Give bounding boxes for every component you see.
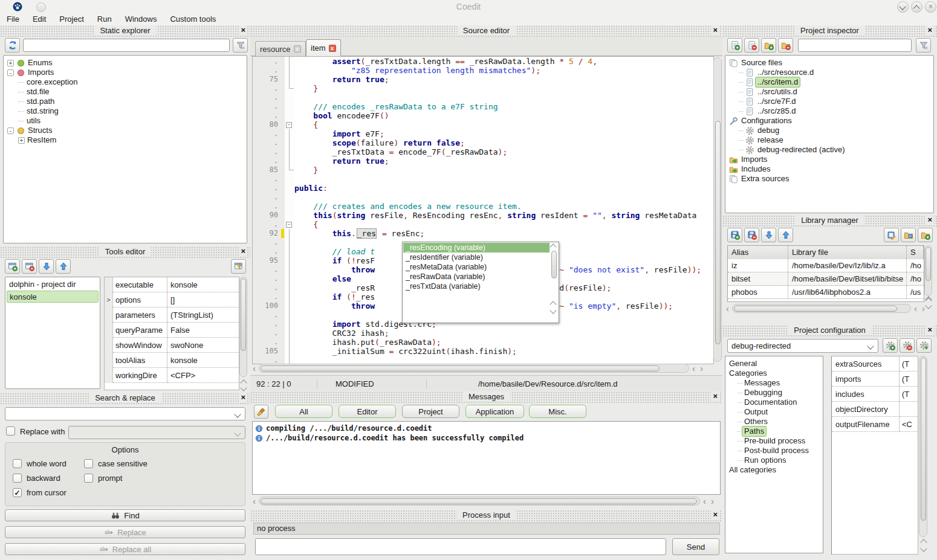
code-line[interactable]: . /// encodes _resRawData to a e7F strin… [253, 102, 713, 111]
code-line[interactable]: . /// creates and encodes a new resource… [253, 202, 713, 211]
replace-term-combo[interactable] [68, 426, 245, 439]
find-button[interactable]: Find [5, 509, 245, 521]
scroll-right-icon[interactable]: › [922, 306, 925, 312]
close-icon[interactable]: × [239, 25, 247, 34]
property-value[interactable]: konsole [167, 277, 239, 292]
column-header-s[interactable]: S [907, 246, 924, 259]
menu-item-windows[interactable]: Windows [118, 13, 164, 25]
fold-collapse-icon[interactable]: − [286, 122, 292, 128]
messages-hscrollbar[interactable] [259, 497, 700, 506]
project-tree-item[interactable]: Source files [727, 58, 932, 68]
project-tree-item[interactable]: Extra sources [727, 174, 932, 184]
window-minimize-button[interactable] [897, 1, 909, 13]
scroll-down-icon[interactable] [550, 307, 556, 314]
clear-messages-button[interactable] [254, 405, 268, 419]
library-from-project-button[interactable] [901, 228, 916, 242]
add-library-folder-button[interactable] [918, 228, 933, 242]
project-tree-item[interactable]: debug-redirected (active) [727, 145, 932, 155]
library-row[interactable]: iz/home/basile/Dev/Iz/lib/iz.a/ho [728, 259, 924, 272]
close-tab-icon[interactable]: x [329, 45, 336, 52]
move-library-up-button[interactable] [778, 228, 793, 242]
project-tree-item[interactable]: Configurations [727, 116, 932, 126]
close-tab-icon[interactable]: x [294, 45, 301, 53]
code-line[interactable]: . return true; [253, 156, 713, 166]
configuration-vscrollbar[interactable] [919, 356, 927, 537]
config-category-item[interactable]: All categories [727, 465, 822, 475]
add-library-button[interactable] [727, 228, 742, 242]
add-file-button[interactable] [727, 38, 742, 53]
symbol-search-input[interactable] [23, 39, 230, 52]
replace-all-button[interactable]: abReplace all [5, 543, 245, 555]
scroll-left-icon[interactable]: ‹ [253, 365, 256, 372]
project-tree-item[interactable]: Includes [727, 164, 932, 174]
property-value[interactable]: (T [900, 356, 918, 372]
code-line[interactable]: . [253, 93, 713, 102]
completion-item[interactable]: _resEncoding (variable) [403, 243, 550, 253]
library-row[interactable]: bitset/home/basile/Dev/Bitset/lib/bitse/… [728, 272, 924, 286]
scroll-left-icon[interactable]: ‹ [726, 306, 729, 312]
close-icon[interactable]: × [926, 215, 934, 224]
code-line[interactable]: . assert(_resTxtData.length == _resRawDa… [253, 57, 713, 66]
scroll-left-icon[interactable]: ‹ [692, 365, 695, 372]
search-term-combo[interactable] [5, 407, 245, 420]
checkbox-from-cursor[interactable]: ✓ [13, 488, 22, 497]
code-line[interactable]: . scope(failure) return false; [253, 138, 713, 147]
filter-project[interactable]: Project [402, 405, 459, 418]
code-line[interactable]: .public: [253, 184, 713, 193]
scroll-down-icon[interactable] [240, 384, 247, 391]
property-value[interactable]: swoNone [167, 338, 239, 353]
code-line[interactable]: 85 } [253, 166, 713, 175]
config-category-item[interactable]: Post-build process [727, 446, 822, 455]
refresh-button[interactable] [5, 38, 20, 53]
process-input-field[interactable] [255, 538, 666, 555]
close-icon[interactable]: × [239, 393, 247, 402]
replace-with-checkbox[interactable] [6, 426, 15, 436]
filter-editor[interactable]: Editor [339, 405, 396, 418]
config-category-item[interactable]: Paths [727, 426, 822, 436]
remove-library-button[interactable] [744, 228, 759, 242]
column-header-library file[interactable]: Library file [788, 246, 907, 259]
project-tree-item[interactable]: ../src/item.d [727, 77, 932, 87]
scroll-left-icon[interactable]: ‹ [914, 306, 917, 312]
checkbox-backward[interactable] [13, 474, 22, 483]
window-maximize-button[interactable] [911, 1, 922, 13]
editor-vscrollbar[interactable] [713, 57, 722, 362]
project-tree-item[interactable]: release [727, 135, 932, 145]
symbol-tree-item[interactable]: -Structs [5, 126, 245, 135]
project-tree-item[interactable]: ../src/e7F.d [727, 97, 932, 106]
menu-item-run[interactable]: Run [91, 13, 118, 25]
add-configuration-button[interactable] [883, 338, 898, 353]
scroll-left-icon[interactable]: ‹ [703, 498, 706, 504]
message-row[interactable]: compiling /.../build/resource.d.coedit [255, 423, 718, 433]
config-category-item[interactable]: Output [727, 407, 822, 417]
checkbox-case-sensitive[interactable] [84, 459, 93, 468]
code-line[interactable]: 90 this(string resFile, ResEncoding resE… [253, 211, 713, 220]
activate-configuration-button[interactable] [916, 338, 932, 353]
collapse-icon[interactable]: - [7, 127, 14, 134]
scroll-up-icon[interactable] [550, 243, 556, 250]
remove-configuration-button[interactable] [900, 338, 915, 353]
code-line[interactable]: .− { [253, 220, 713, 229]
replace-button[interactable]: abReplace [5, 526, 245, 538]
move-tool-up-button[interactable] [56, 259, 71, 274]
symbol-tree-item[interactable]: +Enums [5, 58, 245, 68]
inspector-filter-input[interactable] [798, 39, 912, 52]
project-tree-item[interactable]: debug [727, 126, 932, 135]
config-category-item[interactable]: Others [727, 417, 822, 426]
symbol-tree-item[interactable]: std.path [5, 97, 245, 106]
code-line[interactable]: 105 _initialSum = crc322uint(ihash.finis… [253, 347, 713, 356]
config-category-item[interactable]: Run options [727, 455, 822, 465]
configuration-combo[interactable]: debug-redirected [727, 339, 878, 353]
library-row[interactable]: phobos/usr/lib64/libphobos2.a/us [728, 286, 924, 299]
remove-file-button[interactable] [744, 38, 759, 53]
add-folder-button[interactable] [761, 38, 776, 53]
inspector-filter-button[interactable] [916, 38, 931, 53]
menu-item-project[interactable]: Project [53, 13, 90, 25]
config-category-item[interactable]: Pre-build process [727, 436, 822, 446]
edit-library-button[interactable] [884, 228, 899, 242]
symbol-tree-item[interactable]: core.exception [5, 77, 245, 87]
remove-tool-button[interactable] [22, 259, 37, 274]
code-line[interactable]: . CRC32 ihash; [253, 329, 713, 338]
close-icon[interactable]: × [926, 325, 934, 334]
tool-list-item[interactable]: konsole [7, 291, 99, 303]
